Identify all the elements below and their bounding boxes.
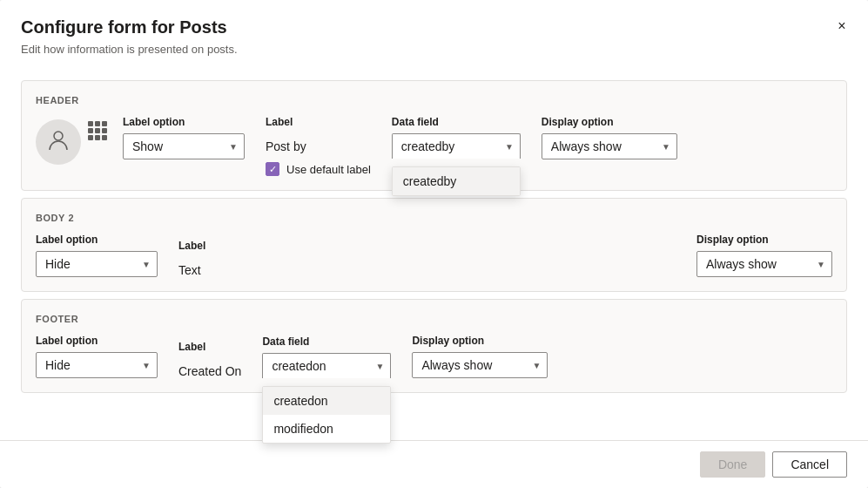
done-button[interactable]: Done: [700, 451, 765, 478]
header-label-fieldlabel: Label: [266, 116, 371, 128]
header-display-option-select[interactable]: Always show Hide: [542, 133, 677, 159]
body2-label-option-wrapper: Show Hide ▼: [36, 251, 158, 277]
header-display-option-group: Display option Always show Hide ▼: [542, 116, 677, 159]
footer-data-field-select[interactable]: createdon modifiedon: [262, 353, 391, 378]
footer-dropdown-item-modifiedon[interactable]: modifiedon: [263, 415, 390, 443]
body2-label-option-select[interactable]: Show Hide: [36, 251, 158, 277]
footer-label-option-wrapper: Show Hide ▼: [36, 352, 158, 378]
header-label-option-group: Label option Show Hide ▼: [123, 116, 245, 159]
footer-data-field-group: Data field createdon modifiedon ▼ create…: [262, 336, 391, 378]
header-label-group: Label Post by ✓ Use default label: [266, 116, 371, 176]
footer-label-fieldlabel: Label: [178, 341, 241, 353]
body2-fields-row: Label option Show Hide ▼ Label Text: [36, 234, 832, 277]
footer-display-option-label: Display option: [412, 335, 548, 347]
svg-point-0: [54, 132, 63, 140]
use-default-label: Use default label: [286, 163, 371, 176]
footer-display-option-wrapper: Always show Hide ▼: [412, 352, 548, 378]
dialog-title: Configure form for Posts: [21, 17, 847, 37]
body2-label-fieldlabel: Label: [178, 240, 205, 252]
use-default-checkbox[interactable]: ✓: [266, 162, 279, 176]
footer-label-option-label: Label option: [36, 335, 158, 347]
body2-display-option-select[interactable]: Always show Hide: [696, 251, 832, 277]
footer-label-group: Label Created On: [178, 341, 241, 378]
footer-data-field-dropdown: createdon modifiedon: [262, 386, 391, 444]
footer-dropdown-item-createdon[interactable]: createdon: [263, 387, 390, 415]
body2-display-option-wrapper: Always show Hide ▼: [696, 251, 832, 277]
body2-display-option-group: Display option Always show Hide ▼: [696, 234, 832, 277]
footer-display-option-select[interactable]: Always show Hide: [412, 352, 548, 378]
header-section-content: Label option Show Hide ▼ Label Post by: [36, 116, 832, 176]
header-use-default-row: ✓ Use default label: [266, 162, 371, 176]
avatar: [36, 119, 81, 165]
dialog-subtitle: Edit how information is presented on pos…: [21, 43, 847, 56]
body2-label-option-group: Label option Show Hide ▼: [36, 234, 158, 277]
close-button[interactable]: ×: [830, 14, 854, 38]
header-label-option-label: Label option: [123, 116, 245, 128]
header-label-option-wrapper: Show Hide ▼: [123, 133, 245, 159]
check-icon: ✓: [269, 165, 277, 174]
header-data-field-dropdown: createdby: [392, 166, 521, 196]
header-data-field-label: Data field: [392, 116, 521, 128]
header-display-option-label: Display option: [542, 116, 677, 128]
dialog-footer: Done Cancel: [0, 440, 868, 488]
header-section-card: HEADER: [21, 80, 847, 191]
footer-label-option-group: Label option Show Hide ▼: [36, 335, 158, 378]
footer-section-label: FOOTER: [36, 314, 832, 324]
body2-display-option-label: Display option: [696, 234, 832, 246]
header-section-label: HEADER: [36, 95, 832, 105]
body2-label-option-label: Label option: [36, 234, 158, 246]
header-fields-row: Label option Show Hide ▼ Label Post by: [123, 116, 832, 176]
dialog-header: Configure form for Posts Edit how inform…: [0, 0, 868, 66]
header-display-option-wrapper: Always show Hide ▼: [542, 133, 677, 159]
dialog-body: HEADER: [0, 66, 868, 440]
header-data-field-select[interactable]: createdby: [392, 133, 521, 159]
footer-data-field-label: Data field: [262, 336, 391, 348]
grid-icon: [88, 121, 109, 142]
footer-label-option-select[interactable]: Show Hide: [36, 352, 158, 378]
configure-form-dialog: Configure form for Posts Edit how inform…: [0, 0, 868, 488]
header-label-value: Post by: [266, 133, 371, 153]
person-icon: [46, 127, 71, 157]
footer-section-card: FOOTER Label option Show Hide ▼ Label: [21, 299, 847, 393]
footer-fields-row: Label option Show Hide ▼ Label Created O…: [36, 335, 832, 378]
header-data-field-group: Data field createdby ▼ createdby: [392, 116, 521, 159]
body2-section-card: BODY 2 Label option Show Hide ▼ Label: [21, 198, 847, 292]
footer-data-field-wrapper: createdon modifiedon ▼: [262, 353, 391, 378]
body2-label-value: Text: [178, 257, 205, 277]
header-dropdown-item-createdby[interactable]: createdby: [393, 167, 520, 195]
body2-label-group: Label Text: [178, 240, 205, 277]
body2-section-label: BODY 2: [36, 213, 832, 223]
header-label-option-select[interactable]: Show Hide: [123, 133, 245, 159]
cancel-button[interactable]: Cancel: [772, 451, 847, 478]
footer-display-option-group: Display option Always show Hide ▼: [412, 335, 548, 378]
header-data-field-wrapper: createdby ▼: [392, 133, 521, 159]
avatar-area: [36, 119, 109, 165]
footer-label-value: Created On: [178, 358, 241, 378]
